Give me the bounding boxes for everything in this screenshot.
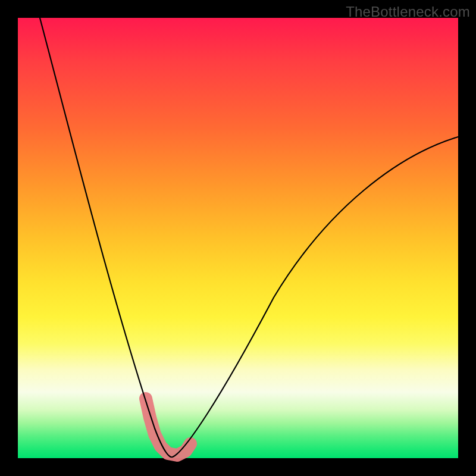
plot-area bbox=[18, 18, 458, 458]
bottleneck-curve bbox=[40, 18, 458, 457]
chart-svg bbox=[18, 18, 458, 458]
chart-frame: TheBottleneck.com bbox=[0, 0, 476, 476]
